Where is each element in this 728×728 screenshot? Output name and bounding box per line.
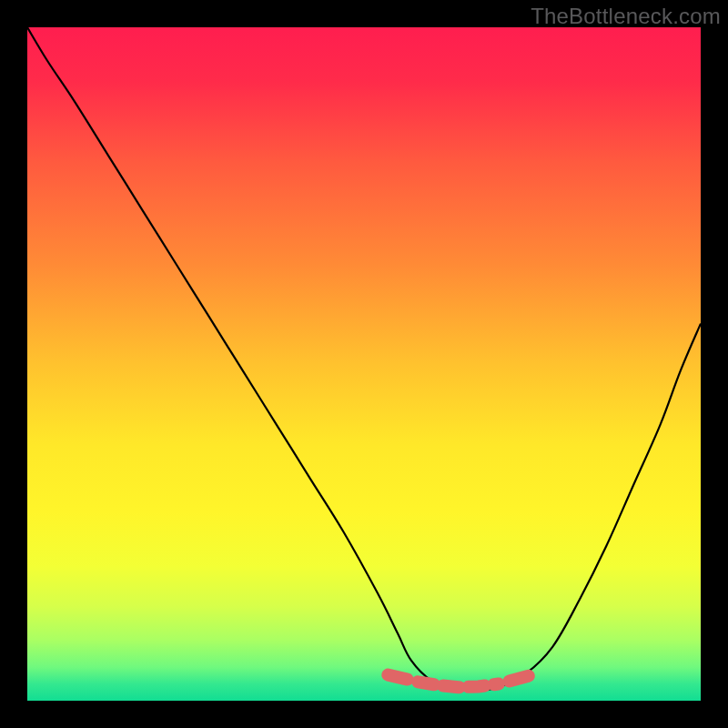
chart-frame: TheBottleneck.com [0, 0, 728, 728]
watermark-text: TheBottleneck.com [531, 4, 721, 29]
svg-line-0 [388, 675, 407, 680]
chart-plot [27, 27, 701, 701]
svg-line-1 [510, 676, 529, 682]
gradient-rect [27, 27, 701, 701]
